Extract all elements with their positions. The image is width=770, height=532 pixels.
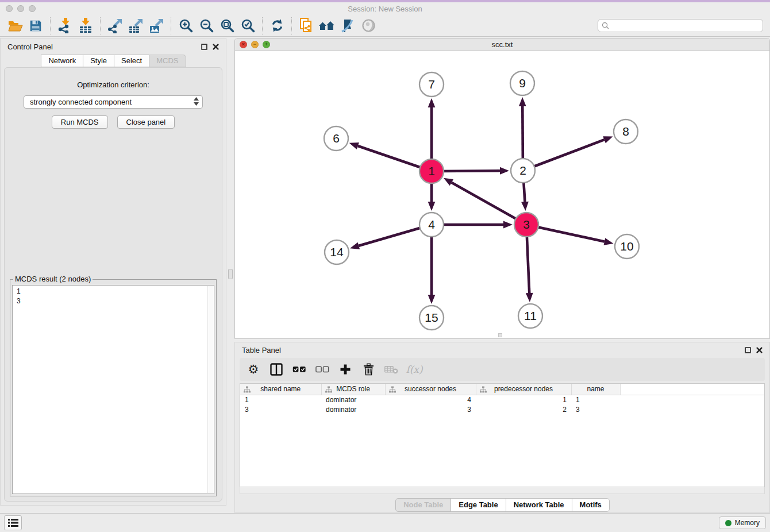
task-history-button[interactable] xyxy=(4,515,22,530)
criterion-selected-value: strongly connected component xyxy=(30,98,132,106)
mcds-result-title: MCDS result (2 nodes) xyxy=(13,275,93,283)
hierarchy-icon xyxy=(389,386,396,395)
panel-splitter[interactable] xyxy=(226,37,234,513)
zoom-fit-icon xyxy=(220,18,234,33)
memory-button[interactable]: Memory xyxy=(719,516,766,529)
status-bar: Memory xyxy=(0,513,770,532)
unselect-all-icon xyxy=(315,366,329,373)
show-columns-button[interactable] xyxy=(270,363,283,376)
table-header-row: shared name MCDS role successor nodes pr… xyxy=(240,384,764,395)
graph-edge-2-8[interactable] xyxy=(523,140,605,171)
canvas-resize-grip[interactable] xyxy=(498,333,502,337)
delete-row-button[interactable] xyxy=(361,363,375,376)
close-table-panel-button[interactable] xyxy=(756,346,763,353)
main-toolbar xyxy=(0,15,770,37)
networks-home-button[interactable] xyxy=(317,17,337,35)
float-table-panel-button[interactable] xyxy=(744,346,751,353)
network-minimize-button[interactable]: − xyxy=(251,41,259,48)
column-header-successor-nodes[interactable]: successor nodes xyxy=(385,384,476,395)
hierarchy-icon xyxy=(325,386,332,395)
unselect-all-button[interactable] xyxy=(315,363,329,376)
network-canvas[interactable]: 7968124314101511 xyxy=(235,51,769,338)
tab-style[interactable]: Style xyxy=(83,55,114,67)
graph-edge-arrowhead xyxy=(428,202,436,211)
import-table-button[interactable] xyxy=(75,17,96,35)
tab-edge-table[interactable]: Edge Table xyxy=(451,498,506,512)
select-all-button[interactable] xyxy=(292,363,306,376)
splitter-grip[interactable] xyxy=(228,269,233,279)
graph-edge-arrowhead xyxy=(350,242,360,249)
graph-edge-arrowhead xyxy=(444,178,453,186)
control-panel: Control Panel Network Style Select MCDS … xyxy=(0,38,226,506)
delete-table-button[interactable] xyxy=(384,363,398,376)
column-header-predecessor-nodes[interactable]: predecessor nodes xyxy=(476,384,571,395)
graph-edge-3-1[interactable] xyxy=(452,183,526,225)
network-close-button[interactable]: × xyxy=(240,41,247,48)
tab-select[interactable]: Select xyxy=(114,55,149,67)
table-horizontal-scrollbar[interactable] xyxy=(240,487,765,494)
table-row[interactable]: 1dominator411 xyxy=(240,395,764,404)
export-network-button[interactable] xyxy=(105,17,125,35)
gear-icon: ⚙ xyxy=(248,363,259,376)
network-zoom-button[interactable]: + xyxy=(263,41,270,48)
node-table: shared name MCDS role successor nodes pr… xyxy=(240,383,765,487)
column-settings-button[interactable]: ⚙ xyxy=(247,363,260,376)
toolbar-separator xyxy=(171,17,171,34)
apply-function-button[interactable]: f(x) xyxy=(407,363,421,376)
column-header-shared-name[interactable]: shared name xyxy=(240,384,321,395)
graph-edge-arrowhead xyxy=(503,221,513,229)
export-network-icon xyxy=(107,18,122,33)
close-panel-button[interactable] xyxy=(212,43,219,50)
zoom-fit-button[interactable] xyxy=(217,17,237,35)
zoom-out-button[interactable] xyxy=(196,17,217,35)
tab-motifs[interactable]: Motifs xyxy=(572,498,610,512)
right-column: × − + scc.txt 7968124314101511 Table Pan… xyxy=(234,38,770,513)
refresh-view-button[interactable] xyxy=(267,17,287,35)
hide-graphics-details-button[interactable] xyxy=(337,17,358,35)
column-header-name[interactable]: name xyxy=(571,384,620,395)
dropdown-stepper-icon xyxy=(194,97,199,107)
table-cell: 1 xyxy=(571,395,620,404)
result-scrollbar[interactable] xyxy=(207,286,213,493)
export-table-button[interactable] xyxy=(125,17,146,35)
toolbar-separator xyxy=(100,17,101,34)
optimization-criterion-label: Optimization criterion: xyxy=(5,80,222,89)
column-header-mcds-role[interactable]: MCDS role xyxy=(321,384,385,395)
criterion-dropdown[interactable]: strongly connected component xyxy=(24,95,203,109)
tab-node-table[interactable]: Node Table xyxy=(395,498,451,512)
table-panel-title: Table Panel xyxy=(242,346,281,354)
export-image-button[interactable] xyxy=(146,17,167,35)
zoom-selected-button[interactable] xyxy=(237,17,258,35)
save-session-button[interactable] xyxy=(25,17,46,35)
graph-edge-arrowhead xyxy=(428,295,436,304)
open-session-button[interactable] xyxy=(5,17,25,35)
network-window-titlebar[interactable]: × − + scc.txt xyxy=(235,38,769,51)
search-input[interactable] xyxy=(611,22,759,30)
zoom-out-icon xyxy=(199,18,214,33)
columns-icon xyxy=(270,363,283,376)
add-row-button[interactable] xyxy=(338,363,352,376)
toolbar-separator xyxy=(291,17,292,34)
hierarchy-icon xyxy=(480,386,487,395)
graph-edge-arrowhead xyxy=(500,167,509,175)
table-row[interactable]: 3dominator323 xyxy=(240,404,764,414)
tab-mcds[interactable]: MCDS xyxy=(149,55,186,67)
tab-network[interactable]: Network xyxy=(41,55,83,67)
select-all-icon xyxy=(292,366,306,373)
run-mcds-button[interactable]: Run MCDS xyxy=(52,115,108,129)
duplicate-network-button[interactable] xyxy=(296,17,317,35)
mcds-result-area[interactable]: 1 3 xyxy=(12,285,214,494)
control-panel-header: Control Panel xyxy=(1,38,226,55)
import-network-button[interactable] xyxy=(55,17,75,35)
bird-eye-view-button[interactable] xyxy=(358,17,379,35)
float-panel-button[interactable] xyxy=(201,43,207,50)
network-window-controls: × − + xyxy=(240,41,270,48)
table-tabs: Node Table Edge Table Network Table Moti… xyxy=(235,498,769,512)
close-panel-action-button[interactable]: Close panel xyxy=(117,115,175,129)
network-window-title: scc.txt xyxy=(235,40,769,49)
graph-edge-arrowhead xyxy=(428,98,436,107)
tab-network-table[interactable]: Network Table xyxy=(506,498,572,512)
search-field[interactable] xyxy=(598,19,763,32)
zoom-in-button[interactable] xyxy=(175,17,196,35)
float-icon xyxy=(201,44,207,50)
